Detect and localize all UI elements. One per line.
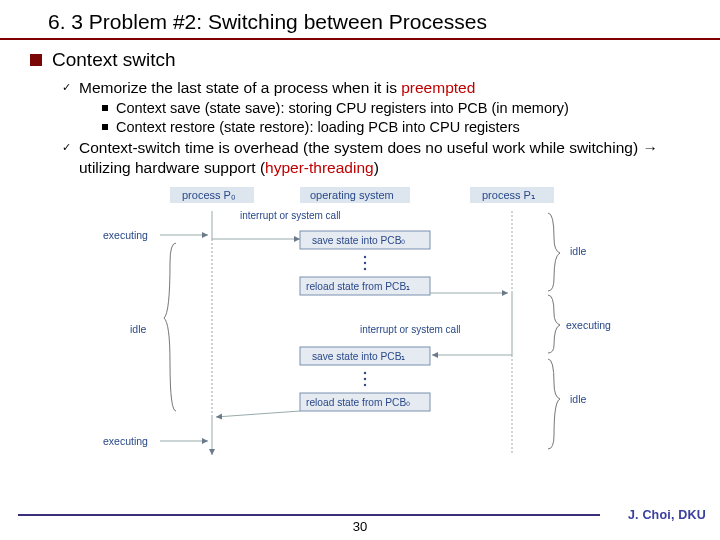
author-credit: J. Choi, DKU [628,508,706,522]
text-preempted: preempted [401,79,475,96]
text-mid: utilizing hardware support ( [79,159,265,176]
footer-rule [18,514,600,516]
header-p0-text: process P₀ [182,189,236,201]
subsub-save: Context save (state save): storing CPU r… [102,99,700,117]
label-exec-right: executing [566,319,611,331]
bullet-text: Context switch [52,48,176,72]
bullet-context-switch: Context switch [30,48,700,72]
box-save-pcb0-text: save state into PCB₀ [312,235,405,246]
square-bullet-icon [102,105,108,111]
subbullet-memorize: ✓ Memorize the last state of a process w… [62,78,700,97]
square-bullet-icon [30,54,42,66]
text-pre: Context-switch time is overhead (the sys… [79,139,642,156]
square-bullet-icon [102,124,108,130]
svg-point-5 [364,384,366,386]
arrow-icon: → [642,139,658,156]
label-executing-top: executing [103,229,148,241]
context-switch-diagram: process P₀ operating system process P₁ e… [100,183,620,463]
label-executing-bottom: executing [103,435,148,447]
text-post: ) [374,159,379,176]
header-p1-text: process P₁ [482,189,535,201]
subbullet-overhead: ✓ Context-switch time is overhead (the s… [62,138,700,177]
box-reload-pcb0-text: reload state from PCB₀ [306,397,410,408]
box-reload-pcb1-text: reload state from PCB₁ [306,281,410,292]
slide-content: Context switch ✓ Memorize the last state… [0,48,720,463]
brace-left-idle [164,243,176,411]
label-idle-right-1: idle [570,245,587,257]
label-interrupt-1: interrupt or system call [240,210,341,221]
brace-right-idle-1 [548,213,560,291]
check-icon: ✓ [62,81,71,94]
label-idle-right-2: idle [570,393,587,405]
box-save-pcb1-text: save state into PCB₁ [312,351,405,362]
diagram-svg: process P₀ operating system process P₁ e… [100,183,620,463]
brace-right-exec [548,295,560,353]
label-interrupt-2: interrupt or system call [360,324,461,335]
os-to-p0 [216,411,300,417]
slide-title: 6. 3 Problem #2: Switching between Proce… [0,0,720,38]
subsub-restore: Context restore (state restore): loading… [102,118,700,136]
svg-point-2 [364,268,366,270]
title-underline [0,38,720,40]
svg-point-3 [364,372,366,374]
subbullet-text: Memorize the last state of a process whe… [79,78,475,97]
header-os-text: operating system [310,189,394,201]
svg-point-0 [364,256,366,258]
svg-point-4 [364,378,366,380]
text-pre: Memorize the last state of a process whe… [79,79,401,96]
brace-right-idle-2 [548,359,560,449]
subsub-text: Context restore (state restore): loading… [116,118,520,136]
svg-point-1 [364,262,366,264]
subbullet-text: Context-switch time is overhead (the sys… [79,138,700,177]
label-idle-left: idle [130,323,147,335]
subsub-text: Context save (state save): storing CPU r… [116,99,569,117]
page-number: 30 [0,519,720,534]
check-icon: ✓ [62,141,71,154]
text-hyper: hyper-threading [265,159,374,176]
